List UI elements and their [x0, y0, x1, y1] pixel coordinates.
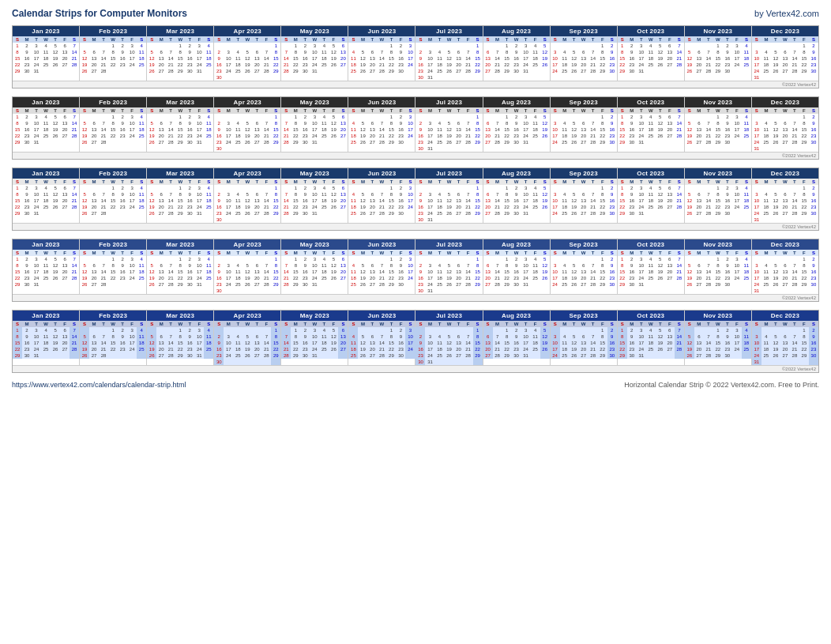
day-cell: 23 — [512, 275, 521, 281]
day-cell: 20 — [338, 269, 348, 275]
day-cell: 29 — [175, 352, 185, 359]
day-cell: 16 — [723, 55, 732, 62]
day-cell: 5 — [656, 43, 665, 49]
day-cell: 19 — [540, 126, 550, 133]
day-cell — [261, 256, 271, 262]
dow-cell: F — [799, 179, 809, 185]
day-cell: 18 — [348, 62, 358, 68]
day-cell: 25 — [742, 133, 751, 139]
dow-cell: M — [761, 179, 771, 185]
day-cell: 1 — [598, 43, 607, 49]
week-row: 123456 — [281, 43, 348, 49]
day-cell: 28 — [493, 281, 502, 288]
day-cell: 25 — [560, 68, 570, 74]
dow-cell: T — [790, 321, 799, 327]
day-cell: 5 — [147, 120, 156, 126]
day-cell: 21 — [588, 275, 598, 281]
day-cell: 19 — [51, 126, 60, 133]
day-cell — [329, 139, 338, 145]
day-cell: 31 — [752, 74, 761, 81]
day-cell: 11 — [41, 120, 51, 126]
day-cell: 13 — [60, 191, 70, 198]
week-row: 12131415161718 — [147, 126, 213, 133]
day-cell: 31 — [752, 359, 761, 365]
day-cell: 25 — [646, 62, 656, 68]
day-cell: 8 — [799, 191, 809, 198]
day-cell: 17 — [224, 62, 233, 68]
day-cell: 1 — [618, 185, 627, 191]
day-cell: 1 — [598, 256, 607, 262]
day-cell: 22 — [598, 204, 607, 210]
week-row: 3456789 — [551, 120, 617, 126]
day-cell: 5 — [445, 262, 454, 269]
day-cell — [41, 68, 51, 74]
day-cell: 13 — [367, 55, 377, 62]
day-cell: 13 — [454, 340, 464, 346]
day-cell: 31 — [310, 352, 319, 359]
day-cell: 19 — [771, 204, 780, 210]
day-cell: 1 — [799, 327, 809, 333]
day-cell: 2 — [416, 262, 425, 269]
day-cell: 16 — [118, 269, 127, 275]
dow-cell: S — [416, 321, 425, 327]
day-cell: 16 — [214, 275, 224, 281]
dow-cell: T — [300, 321, 310, 327]
day-cell — [60, 352, 70, 359]
day-cell: 18 — [435, 204, 445, 210]
day-cell — [261, 145, 271, 152]
day-cell: 29 — [271, 210, 280, 217]
day-cell: 18 — [204, 55, 213, 62]
day-cell: 30 — [416, 359, 425, 365]
day-cell: 3 — [32, 327, 41, 333]
day-cell: 23 — [300, 275, 310, 281]
dow-cell: T — [32, 36, 41, 43]
day-cell: 24 — [127, 204, 137, 210]
day-cell: 7 — [675, 114, 684, 120]
week-row: 3031 — [416, 74, 482, 81]
day-cell: 31 — [521, 139, 531, 145]
day-cell: 17 — [405, 55, 415, 62]
day-cell: 22 — [502, 275, 512, 281]
dow-cell: W — [310, 36, 319, 43]
day-cell: 7 — [790, 333, 799, 340]
day-cell: 18 — [41, 198, 51, 204]
dow-cell: T — [51, 107, 60, 114]
day-cell: 5 — [243, 333, 252, 340]
day-cell — [752, 114, 761, 120]
day-cell: 31 — [310, 139, 319, 145]
days-grid: 1234567891011121314151617181920212223242… — [214, 327, 280, 365]
day-cell: 26 — [329, 275, 338, 281]
day-cell: 5 — [147, 191, 156, 198]
day-cell: 17 — [310, 340, 319, 346]
week-row: 30 — [214, 359, 280, 365]
day-cell: 11 — [742, 120, 751, 126]
day-cell: 22 — [473, 133, 483, 139]
dow-cell: T — [637, 250, 646, 256]
day-cell: 15 — [502, 55, 512, 62]
dow-cell: F — [261, 107, 271, 114]
week-row: 1 — [416, 43, 482, 49]
day-cell: 18 — [761, 346, 771, 352]
day-cell: 24 — [224, 352, 233, 359]
day-cell: 23 — [809, 133, 818, 139]
day-cell: 28 — [377, 210, 386, 217]
day-cell — [367, 256, 377, 262]
day-cell: 20 — [89, 346, 99, 352]
dow-cell: W — [377, 321, 386, 327]
day-cell: 1 — [502, 114, 512, 120]
day-cell: 19 — [685, 62, 694, 68]
day-cell: 9 — [627, 120, 637, 126]
day-cell: 9 — [300, 120, 310, 126]
week-row: 10111213141516 — [551, 55, 617, 62]
day-cell: 15 — [108, 55, 118, 62]
day-cell: 14 — [377, 126, 386, 133]
month-header: Feb 2023 — [80, 26, 146, 36]
day-cell: 15 — [502, 340, 512, 346]
day-cell — [425, 256, 434, 262]
day-cell: 29 — [291, 352, 300, 359]
day-cell: 26 — [771, 68, 780, 74]
calendar-row: Jan 2023SMTWTFS1234567891011121314151617… — [13, 311, 818, 365]
day-cell: 30 — [22, 139, 32, 145]
day-cell: 25 — [137, 346, 146, 352]
day-cell: 14 — [377, 340, 386, 346]
